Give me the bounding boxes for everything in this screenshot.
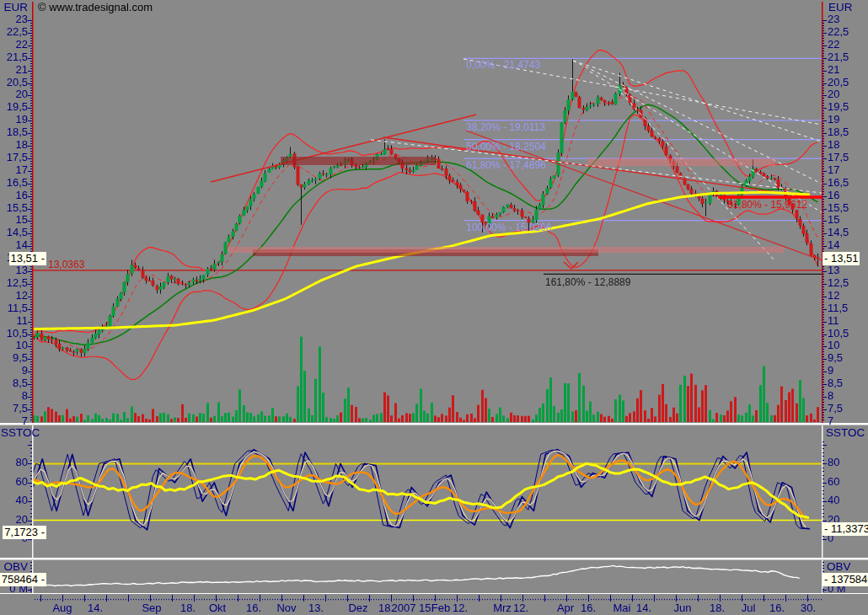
y-axis-tick-label-left: 10	[16, 340, 28, 351]
y-axis-tick-label-left: 11	[17, 315, 29, 327]
y-axis-tick-label-right: 12	[828, 290, 839, 302]
y-axis-tick-label-right: 8	[828, 390, 833, 402]
y-axis-tick-label-right: 19	[828, 114, 839, 126]
y-axis-tick-label-left: 20,5	[7, 77, 28, 88]
stoch-panel-label-right: SSTOC	[826, 427, 865, 439]
y-axis-tick-label-right: 16	[828, 190, 839, 201]
y-axis-tick-label-left: 8	[22, 390, 28, 402]
stoch-value-marker-left: 7,1723 -	[3, 526, 46, 539]
y-axis-tick-label-right: 10,5	[828, 328, 849, 340]
y-axis-tick-label-left: 8,5	[13, 377, 28, 389]
y-axis-tick-label-left: 19	[16, 114, 28, 126]
y-axis-tick-label-right: 20	[828, 88, 839, 100]
fib-level-label: 61,80% - 17,4896	[466, 159, 546, 171]
y-axis-tick-label-right: 16,5	[828, 177, 849, 189]
y-axis-tick-label-right: 11	[828, 315, 839, 327]
y-axis-tick-label-right: 21	[828, 64, 839, 76]
obv-panel-label-left: OBV	[3, 561, 28, 573]
price-unit-right: EUR	[828, 2, 853, 13]
y-axis-tick-label-right: 18,5	[828, 126, 849, 138]
obv-value-marker-left: 758464 -	[0, 573, 46, 586]
y-axis-tick-label-left: 12	[16, 290, 28, 302]
y-axis-tick-label-left: 9	[22, 365, 28, 377]
y-axis-tick-label-left: 10,5	[7, 328, 28, 340]
y-axis-tick-label-right: 23	[828, 13, 839, 25]
obv-panel-label-right: OBV	[827, 561, 851, 573]
y-axis-tick-label-right: 13	[828, 265, 839, 276]
y-axis-tick-label-right: 8,5	[828, 377, 843, 389]
x-axis-tick-label: 12.	[500, 602, 542, 614]
y-axis-tick-label-right: 14,5	[828, 227, 849, 238]
fib-level-label: 38,20% - 19,0113	[466, 121, 545, 133]
y-axis-tick-label-left: 22,5	[7, 26, 28, 38]
x-axis-tick-label: 13.	[295, 602, 337, 614]
y-axis-tick-label-left: 21	[16, 64, 28, 76]
y-axis-tick-label-left: 17,5	[7, 152, 28, 163]
price-unit-left: EUR	[3, 2, 28, 13]
stoch-tick-label-left: 20	[16, 514, 28, 526]
y-axis-tick-label-left: 20	[16, 88, 28, 100]
y-axis-tick-label-right: 9,5	[828, 352, 843, 364]
y-axis-tick-label-right: 7,5	[828, 403, 843, 414]
y-axis-tick-label-right: 22,5	[828, 26, 849, 38]
stoch-tick-label-right: 40	[828, 495, 839, 506]
trading-chart-window: EUR EUR © www.tradesignal.com SSTOC SSTO…	[0, 0, 868, 615]
y-axis-tick-label-right: 14	[828, 239, 839, 251]
y-axis-tick-label-left: 12,5	[7, 277, 28, 289]
stoch-tick-label-left: 80	[16, 457, 28, 468]
x-axis-tick-label: 12.	[439, 602, 481, 614]
stoch-tick-label-left: 60	[16, 476, 28, 488]
stoch-panel-label-left: SSTOC	[1, 427, 40, 439]
y-axis-tick-label-right: 20,5	[828, 77, 849, 88]
y-axis-tick-label-left: 14,5	[7, 227, 28, 238]
y-axis-tick-label-left: 16	[16, 190, 28, 201]
fib-black-label: 161,80% - 12,8889	[545, 276, 630, 288]
y-axis-tick-label-left: 7,5	[13, 403, 28, 414]
x-axis-tick-label: 14.	[623, 602, 665, 614]
copyright-text: © www.tradesignal.com	[38, 2, 153, 13]
last-price-marker-left: 13,51 -	[9, 252, 46, 265]
stoch-tick-label-left: 40	[16, 495, 28, 506]
y-axis-tick-label-left: 13	[16, 265, 28, 276]
x-axis-tick-label: 30.	[787, 602, 829, 614]
y-axis-tick-label-left: 23	[16, 13, 28, 25]
y-axis-tick-label-right: 15,5	[828, 202, 849, 214]
y-axis-tick-label-right: 17,5	[828, 152, 849, 163]
y-axis-tick-label-left: 14	[16, 239, 28, 251]
y-axis-tick-label-right: 21,5	[828, 51, 849, 63]
y-axis-tick-label-right: 12,5	[828, 277, 849, 289]
y-axis-tick-label-right: 9	[828, 365, 833, 377]
stoch-tick-label-right: 80	[828, 457, 839, 468]
y-axis-tick-label-left: 16,5	[7, 177, 28, 189]
y-axis-tick-label-right: 17	[828, 164, 839, 176]
y-axis-tick-label-left: 7	[22, 415, 28, 427]
fib-level-label: 50,00% - 18,2504	[466, 141, 546, 152]
y-axis-tick-label-right: 7	[828, 415, 833, 427]
y-axis-tick-label-right: 18	[828, 139, 839, 151]
fib-level-label: 0,00% - 21,4743	[466, 59, 540, 71]
stoch-tick-label-right: 60	[828, 476, 839, 488]
y-axis-tick-label-left: 21,5	[7, 51, 28, 63]
y-axis-tick-label-right: 22	[828, 39, 839, 51]
y-axis-tick-label-right: 10	[828, 340, 839, 351]
fib-level-label: 100,00% - 15,0266	[466, 222, 551, 233]
y-axis-tick-label-left: 19,5	[7, 101, 28, 113]
y-axis-tick-label-right: 11,5	[828, 302, 848, 314]
fib-red-label: 61,80% - 15,9612	[727, 199, 807, 211]
last-price-marker-right: - 13,51	[822, 252, 860, 265]
y-axis-tick-label-left: 22	[16, 39, 28, 51]
obv-value-marker-right: - 1375846	[822, 573, 868, 586]
y-axis-tick-label-left: 17	[16, 164, 28, 176]
y-axis-tick-label-right: 15	[828, 214, 839, 226]
y-axis-tick-label-left: 18,5	[7, 126, 28, 138]
y-axis-tick-label-right: 19,5	[828, 101, 849, 113]
y-axis-tick-label-left: 15	[16, 214, 28, 226]
x-axis-tick-label: 14.	[74, 602, 116, 614]
y-axis-tick-label-left: 9,5	[13, 352, 28, 364]
labels-layer: EUR EUR © www.tradesignal.com SSTOC SSTO…	[0, 0, 868, 615]
support-line-label: 13,0363	[48, 259, 84, 270]
stoch-value-marker-right: - 11,3373	[822, 522, 868, 536]
y-axis-tick-label-left: 18	[16, 139, 28, 151]
y-axis-tick-label-left: 15,5	[7, 202, 28, 214]
y-axis-tick-label-left: 11,5	[8, 302, 28, 314]
